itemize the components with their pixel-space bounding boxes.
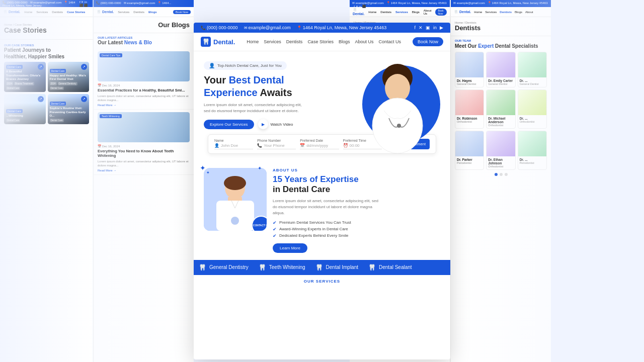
services-top-bar: ✉ example@gmail.com 📍 1464 Royal Ln, Mew… (350, 0, 450, 7)
carousel-dots (451, 170, 551, 179)
dentist-card-7[interactable]: Dr. Parker Periodontist (455, 131, 484, 170)
svg-point-7 (224, 176, 246, 190)
dentist-card-2[interactable]: Dr. Emily Carter General Dentist (486, 52, 515, 87)
case-card-3[interactable]: Dental Care ...Whitening Dental Care ↗ (4, 94, 46, 124)
dentist-card-1[interactable]: Dr. Hayes General Dentist (455, 52, 484, 87)
nav-home[interactable]: Home (247, 39, 259, 44)
learn-more-btn[interactable]: Learn More (273, 243, 307, 253)
dot-2[interactable] (500, 173, 503, 176)
blog-1-read-more[interactable]: Read More → (98, 104, 190, 107)
name-field: Name 👤 John Doe (214, 139, 253, 149)
linkedin-icon[interactable]: in (433, 25, 437, 30)
dentists-hero-section: Home / Dentists Dentists (451, 17, 551, 36)
nav-services[interactable]: Services (264, 39, 281, 44)
dentist-card-8[interactable]: Dr. Ethan Johnson Orthodontist (486, 131, 515, 170)
clock-icon: ⏰ (343, 143, 348, 148)
about-image-area: CONTACT US ✦ ✦ ✦ (204, 168, 267, 231)
ticker-item-1: 🦷 General Dentistry (199, 264, 249, 271)
star-icon-1: ✦ (200, 164, 206, 172)
blog-card-1[interactable]: Dental Care Tips 📅 Dec 16, 2024 Essentia… (94, 49, 194, 110)
dot-1[interactable] (495, 173, 498, 176)
check-icon-2: ✔ (273, 227, 277, 232)
case-card-1[interactable]: Dental Care A Beautiful Transformation: … (4, 62, 46, 92)
main-panel: 📞(000) 000-0000 ✉example@gmail.com 📍1464… (194, 23, 450, 359)
case-stories-title: Case Stories (4, 26, 89, 34)
blogs-nav: 🦷 Dental. ServicesDentistsBlogs Book Now (94, 7, 194, 17)
case-nav: 🦷 Dental. HomeServicesDentistsCase Stori… (0, 7, 93, 17)
hero-text: 👤 Top-Notch Dental Care, Just for You Yo… (204, 60, 350, 134)
case-grid: Dental Care A Beautiful Transformation: … (0, 62, 93, 124)
blog-2-read-more[interactable]: Read More → (98, 169, 190, 172)
about-section: CONTACT US ✦ ✦ ✦ ABOUT US 15 Years of Ex… (194, 161, 450, 260)
instagram-icon[interactable]: ▣ (426, 25, 430, 30)
case-card-2[interactable]: Dental Care Happy and Healthy: Mia's Fir… (48, 62, 90, 92)
about-image: CONTACT US (204, 168, 267, 231)
blogs-section: OUR LATEST ARTICLES Our Latest News & Bl… (94, 33, 194, 49)
case-card-arrow-2[interactable]: ↗ (81, 64, 87, 70)
dentist-card-5[interactable]: Dr. Michael Anderson Orthodontist (486, 89, 515, 129)
top-bar-contact: 📞(000) 000-0000 ✉example@gmail.com 📍1464… (201, 25, 386, 30)
dentist-card-3[interactable]: Dr. ... General Dentist (518, 52, 547, 87)
dentists-top-bar: ✉ example@gmail.com 📍 1464 Royal Ln, Mew… (451, 0, 551, 7)
services-ticker: 🦷 General Dentistry 🦷 Teeth Whitening 🦷 … (194, 260, 450, 275)
blogs-top-bar: 📞 (000) 000-0000 ✉ example@gmail.com 📍 1… (94, 0, 194, 7)
nav-links: Home Services Dentists Case Stories Blog… (247, 39, 401, 44)
ticker-item-3: 🦷 Dental Implant (315, 264, 358, 271)
dentist-card-9[interactable]: Dr. ... Periodontist (518, 131, 547, 170)
dentist-card-6[interactable]: Dr. ... Orthodontist (518, 89, 547, 129)
phone-field: Phone Number 📞 Your Phone (257, 139, 296, 149)
nav-book-btn[interactable]: Book Now (413, 37, 443, 46)
facebook-icon[interactable]: f (414, 25, 416, 30)
dentist-card-4[interactable]: Dr. Robinson Orthodontist (455, 89, 484, 129)
nav-contact[interactable]: Contact Us (378, 39, 401, 44)
dentists-nav: 🦷 Dental. HomeServicesDentistsBlogsAbout (451, 7, 551, 17)
our-services-label: OUR SERVICES (194, 275, 450, 288)
svg-point-10 (231, 217, 239, 225)
case-stories-panel: 📞 (000) 000-0000 ✉ example@gmail.com 📍 1… (0, 0, 93, 362)
case-card-4[interactable]: Dental Care Sophie's Routine Visit: Prev… (48, 94, 90, 124)
ticker-item-4: 🦷 Dental Sealant (368, 264, 412, 271)
case-card-arrow-4[interactable]: ↗ (81, 96, 87, 102)
explore-btn[interactable]: Explore Our Services (204, 120, 254, 129)
case-hero: Home / Case Stories Case Stories (0, 17, 93, 40)
doctor-image (355, 60, 440, 153)
case-card-arrow-3[interactable]: ↗ (38, 96, 44, 102)
case-card-arrow-1[interactable]: ↗ (38, 64, 44, 70)
play-icon: ▶ (258, 119, 268, 129)
twitter-icon[interactable]: ✕ (419, 25, 423, 30)
check-icon-3: ✔ (273, 233, 277, 238)
check-icon-1: ✔ (273, 220, 277, 225)
svg-rect-9 (216, 201, 254, 231)
blogs-title: Our Blogs (98, 21, 190, 29)
svg-rect-8 (228, 197, 242, 201)
nav-dentists[interactable]: Dentists (286, 39, 303, 44)
svg-point-4 (397, 124, 401, 128)
dot-3[interactable] (505, 173, 508, 176)
tooth-icon-3: 🦷 (315, 264, 323, 271)
blog-card-2[interactable]: Teeth Whitening 📅 Dec 16, 2024 Everythin… (94, 110, 194, 175)
logo-icon: 🦷 (201, 37, 211, 47)
case-logo: 🦷 Dental. (3, 10, 20, 14)
calendar-icon: 📅 (300, 143, 305, 148)
case-top-bar: 📞 (000) 000-0000 ✉ example@gmail.com 📍 1… (0, 0, 93, 7)
watch-btn[interactable]: ▶ Watch Video (258, 119, 293, 129)
ticker-content: 🦷 General Dentistry 🦷 Teeth Whitening 🦷 … (194, 264, 450, 271)
hero-title: Your Best Dental Experience Awaits (204, 74, 345, 99)
nav-blogs[interactable]: Blogs (339, 39, 350, 44)
youtube-icon[interactable]: ▶ (440, 25, 443, 30)
date-field: Preferred Date 📅 dd/mm/yyyy (300, 139, 339, 149)
tooth-icon-2: 🦷 (259, 264, 266, 271)
blogs-hero: Our Blogs (94, 17, 194, 33)
nav-about[interactable]: About Us (355, 39, 373, 44)
right-fade (548, 0, 644, 362)
hero-badge: 👤 Top-Notch Dental Care, Just for You (204, 61, 287, 70)
top-bar: 📞(000) 000-0000 ✉example@gmail.com 📍1464… (194, 23, 450, 33)
dentists-grid: Dr. Hayes General Dentist Dr. Emily Cart… (451, 52, 551, 170)
dentists-page-title: Dentists (455, 24, 547, 32)
hero-image-area (350, 60, 440, 134)
nav-case-stories[interactable]: Case Stories (307, 39, 334, 44)
nav-logo: 🦷 Dental. (201, 37, 235, 47)
star-icon-2: ✦ (206, 170, 210, 175)
blog-card-2-img: Teeth Whitening (98, 112, 190, 142)
hero-desc: Lorem ipsum dolor sit amet, consectetur … (204, 102, 304, 114)
